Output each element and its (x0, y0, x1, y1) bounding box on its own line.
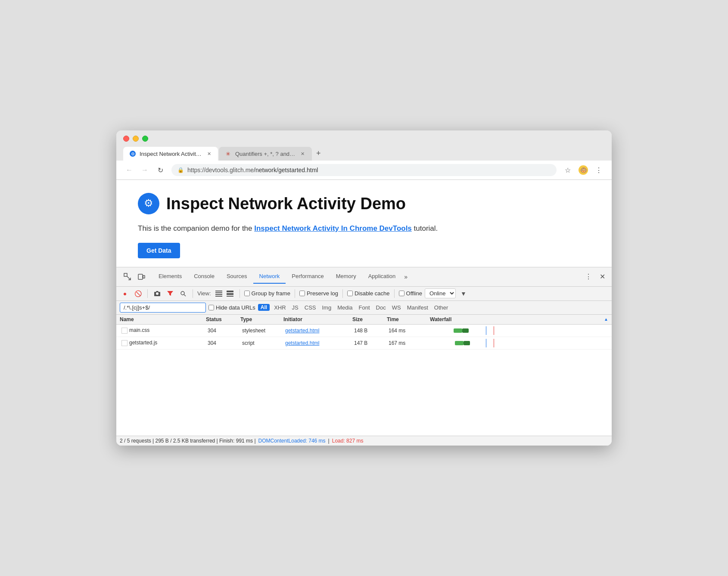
page-title: Inspect Network Activity Demo (166, 195, 406, 213)
avatar-button[interactable]: 🐵 (577, 164, 589, 176)
tab-sources[interactable]: Sources (221, 269, 253, 284)
filter-type-manifest[interactable]: Manifest (405, 304, 430, 311)
table-row[interactable]: getstarted.js 304 script getstarted.html… (116, 337, 612, 350)
camera-button[interactable] (152, 288, 162, 299)
view-label: View: (197, 290, 211, 297)
filter-type-xhr[interactable]: XHR (272, 304, 287, 311)
table-header: Name Status Type Initiator Size Time Wat… (116, 315, 612, 325)
hide-data-urls-label[interactable]: Hide data URLs (208, 304, 255, 311)
disable-cache-label[interactable]: Disable cache (347, 290, 390, 297)
disable-cache-text: Disable cache (355, 290, 390, 297)
hide-data-urls-checkbox[interactable] (208, 305, 214, 310)
tab-application[interactable]: Application (362, 269, 402, 284)
cell-name-2: getstarted.js (120, 339, 206, 347)
file-icon-2 (121, 340, 128, 346)
maximize-button[interactable] (142, 136, 148, 142)
nav-buttons: ← → ↻ (123, 164, 166, 176)
cell-type-2: script (240, 339, 283, 347)
get-data-button[interactable]: Get Data (138, 243, 180, 258)
forward-button[interactable]: → (139, 164, 151, 176)
devtools-close-button[interactable]: ✕ (596, 271, 608, 283)
tab-memory[interactable]: Memory (330, 269, 362, 284)
reload-button[interactable]: ↻ (154, 164, 166, 176)
col-size[interactable]: Size (352, 316, 387, 322)
devtools-link[interactable]: Inspect Network Activity In Chrome DevTo… (254, 224, 412, 232)
filter-type-ws[interactable]: WS (390, 304, 403, 311)
network-toolbar: ● 🚫 View: (116, 287, 612, 301)
waterfall-line-blue-2 (486, 339, 486, 347)
offline-checkbox[interactable] (399, 291, 404, 296)
filter-type-js[interactable]: JS (290, 304, 300, 311)
tab-quantifiers[interactable]: ✳ Quantifiers +, *, ? and {n} ✕ (219, 147, 312, 161)
record-button[interactable]: ● (120, 288, 130, 299)
tab-icon-devtools: ⚙ (129, 150, 136, 157)
col-name[interactable]: Name (120, 316, 206, 322)
clear-button[interactable]: 🚫 (133, 288, 143, 299)
waterfall-line-red-2 (494, 339, 494, 347)
col-status[interactable]: Status (206, 316, 240, 322)
waterfall-bar-recv-1 (462, 328, 469, 333)
tab-inspect-network[interactable]: ⚙ Inspect Network Activity Demo ✕ (123, 147, 218, 161)
col-type[interactable]: Type (240, 316, 283, 322)
filter-type-doc[interactable]: Doc (374, 304, 388, 311)
preserve-log-label[interactable]: Preserve log (299, 290, 338, 297)
load-link[interactable]: Load: 827 ms (332, 438, 364, 444)
empty-table-space (116, 350, 612, 436)
filter-type-other[interactable]: Other (432, 304, 450, 311)
initiator-link-1[interactable]: getstarted.html (285, 328, 319, 334)
dom-content-loaded-link[interactable]: DOMContentLoaded: 746 ms (258, 438, 326, 444)
svg-text:🐵: 🐵 (580, 167, 588, 174)
filter-type-img[interactable]: Img (320, 304, 333, 311)
filter-type-font[interactable]: Font (357, 304, 372, 311)
minimize-button[interactable] (133, 136, 139, 142)
tab-elements[interactable]: Elements (152, 269, 188, 284)
col-time[interactable]: Time (387, 316, 430, 322)
filter-type-css[interactable]: CSS (303, 304, 318, 311)
devtools-menu-button[interactable]: ⋮ (582, 271, 594, 283)
filter-type-media[interactable]: Media (336, 304, 354, 311)
new-tab-button[interactable]: + (313, 146, 324, 161)
tab-network[interactable]: Network (253, 269, 286, 284)
tab-close-2[interactable]: ✕ (299, 150, 306, 157)
filter-type-all[interactable]: All (258, 304, 270, 311)
tab-icon-regex: ✳ (225, 150, 232, 157)
svg-point-10 (181, 291, 184, 295)
group-by-frame-label[interactable]: Group by frame (244, 290, 290, 297)
throttle-select[interactable]: Online (425, 288, 456, 298)
offline-label-group[interactable]: Offline (399, 290, 422, 297)
col-waterfall[interactable]: Waterfall (430, 316, 608, 322)
col-initiator[interactable]: Initiator (283, 316, 352, 322)
svg-rect-12 (215, 291, 222, 291)
tab-close-1[interactable]: ✕ (206, 150, 212, 157)
status-text: 2 / 5 requests | 295 B / 2.5 KB transfer… (120, 438, 256, 444)
disable-cache-checkbox[interactable] (347, 291, 353, 296)
inspect-element-button[interactable] (121, 271, 134, 283)
throttle-dropdown-icon[interactable]: ▼ (458, 288, 469, 299)
initiator-link-2[interactable]: getstarted.html (285, 340, 319, 346)
device-toolbar-button[interactable] (135, 271, 147, 283)
svg-rect-7 (124, 273, 127, 276)
back-button[interactable]: ← (123, 164, 135, 176)
filter-icon-button[interactable] (165, 288, 175, 299)
preserve-log-checkbox[interactable] (299, 291, 305, 296)
svg-rect-9 (143, 276, 145, 278)
table-row[interactable]: main.css 304 stylesheet getstarted.html … (116, 325, 612, 337)
list-view-button[interactable] (214, 288, 224, 299)
close-button[interactable] (123, 136, 129, 142)
url-bar[interactable]: 🔒 https://devtools.glitch.me/network/get… (171, 164, 557, 176)
tab-performance[interactable]: Performance (286, 269, 330, 284)
cell-status-1: 304 (206, 327, 240, 334)
large-rows-button[interactable] (225, 288, 235, 299)
search-button[interactable] (178, 288, 188, 299)
group-by-frame-checkbox[interactable] (244, 291, 250, 296)
menu-button[interactable]: ⋮ (593, 164, 605, 176)
tab-console[interactable]: Console (188, 269, 221, 284)
cell-waterfall-1 (430, 326, 608, 335)
bookmark-button[interactable]: ☆ (562, 164, 574, 176)
status-separator: | (328, 438, 330, 444)
more-tabs-button[interactable]: » (401, 270, 410, 284)
filter-input[interactable] (120, 303, 206, 313)
svg-rect-16 (227, 291, 233, 292)
status-bar: 2 / 5 requests | 295 B / 2.5 KB transfer… (116, 436, 612, 446)
title-bar: ⚙ Inspect Network Activity Demo ✕ ✳ Quan… (116, 130, 612, 161)
